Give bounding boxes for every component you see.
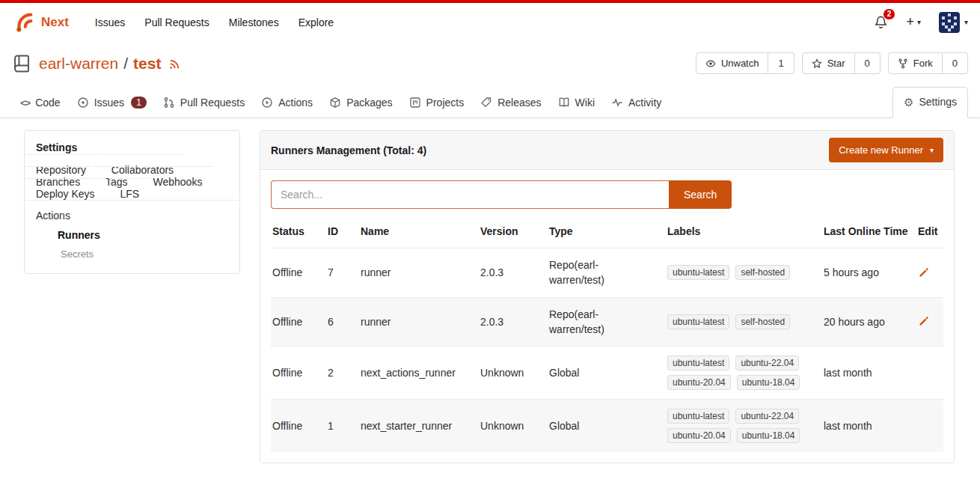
runner-last-online: last month xyxy=(824,420,912,432)
repo-owner-link[interactable]: earl-warren xyxy=(39,55,118,73)
tab-label: Settings xyxy=(919,96,957,108)
col-header-version: Version xyxy=(480,225,543,237)
runner-status: Offline xyxy=(272,316,322,328)
nav-link-milestones[interactable]: Milestones xyxy=(219,16,289,28)
search-input[interactable] xyxy=(271,180,669,209)
tab-label: Pull Requests xyxy=(180,97,245,109)
package-icon xyxy=(329,97,341,109)
watch-button-group: Unwatch 1 xyxy=(696,52,794,74)
label-badge: ubuntu-18.04 xyxy=(737,375,800,390)
runner-labels: ubuntu-latest self-hosted xyxy=(667,314,818,329)
search-bar: Search xyxy=(271,180,943,209)
repo-tabbar: <> Code Issues 1 Pull Requests Actions P… xyxy=(0,82,980,118)
tag-icon xyxy=(480,97,492,109)
chevron-down-icon: ▾ xyxy=(964,19,968,26)
label-badge: ubuntu-22.04 xyxy=(735,356,799,370)
tab-label: Wiki xyxy=(575,97,595,109)
play-circle-icon xyxy=(261,97,273,109)
panel-header: Runners Management (Total: 4) Create new… xyxy=(260,131,954,170)
gear-icon: ⚙ xyxy=(904,97,913,108)
repo-name-link[interactable]: test xyxy=(133,55,161,73)
tab-pull-requests[interactable]: Pull Requests xyxy=(155,89,253,118)
unwatch-label: Unwatch xyxy=(721,58,759,69)
sidebar-item-actions[interactable]: Actions xyxy=(36,210,228,222)
col-header-edit: Edit xyxy=(918,225,942,237)
runner-name: runner xyxy=(361,266,474,278)
code-icon: <> xyxy=(20,97,30,109)
nav-link-explore[interactable]: Explore xyxy=(289,16,343,28)
runner-labels: ubuntu-latest ubuntu-22.04 ubuntu-20.04 … xyxy=(667,356,818,390)
nav-link-issues[interactable]: Issues xyxy=(85,16,135,28)
search-button[interactable]: Search xyxy=(669,180,732,209)
tab-issues[interactable]: Issues 1 xyxy=(69,89,155,118)
label-badge: ubuntu-22.04 xyxy=(735,409,799,424)
home-link[interactable]: Next xyxy=(12,11,69,34)
runner-labels: ubuntu-latest ubuntu-22.04 ubuntu-20.04 … xyxy=(667,409,818,443)
label-badge: ubuntu-latest xyxy=(667,314,729,329)
sidebar-section-actions: Actions Runners Secrets xyxy=(25,200,239,273)
table-row: Offline 1 next_starter_runner Unknown Gl… xyxy=(271,399,943,452)
label-badge: ubuntu-latest xyxy=(667,265,729,280)
label-badge: ubuntu-20.04 xyxy=(667,375,731,390)
star-label: Star xyxy=(827,58,845,69)
runner-version: 2.0.3 xyxy=(480,266,543,278)
tab-projects[interactable]: Projects xyxy=(401,89,473,118)
runner-version: 2.0.3 xyxy=(480,316,543,328)
create-runner-label: Create new Runner xyxy=(839,144,923,156)
label-badge: ubuntu-18.04 xyxy=(737,428,800,443)
tab-wiki[interactable]: Wiki xyxy=(550,89,603,118)
avatar xyxy=(939,12,960,33)
tab-packages[interactable]: Packages xyxy=(321,89,400,118)
star-button[interactable]: Star xyxy=(802,52,855,74)
sidebar-item-secrets[interactable]: Secrets xyxy=(36,245,228,261)
label-badge: self-hosted xyxy=(735,265,790,280)
rss-feed-icon[interactable] xyxy=(168,57,182,70)
edit-runner-button[interactable] xyxy=(918,316,929,327)
unwatch-button[interactable]: Unwatch xyxy=(696,52,769,74)
create-runner-button[interactable]: Create new Runner ▾ xyxy=(829,138,943,162)
star-button-group: Star 0 xyxy=(802,52,881,74)
runners-panel: Runners Management (Total: 4) Create new… xyxy=(260,130,955,463)
navbar-right: 2 + ▾ ▾ xyxy=(874,12,968,33)
chevron-down-icon: ▾ xyxy=(930,147,934,154)
label-badge: ubuntu-latest xyxy=(667,409,729,424)
tab-label: Projects xyxy=(426,97,465,109)
label-badge: ubuntu-20.04 xyxy=(667,428,731,443)
edit-runner-button[interactable] xyxy=(918,267,929,278)
table-header-row: Status ID Name Version Type Labels Last … xyxy=(271,215,943,248)
tab-activity[interactable]: Activity xyxy=(603,89,670,118)
tab-releases[interactable]: Releases xyxy=(472,89,549,118)
stars-count[interactable]: 0 xyxy=(855,52,881,74)
runner-status: Offline xyxy=(272,367,322,379)
col-header-name: Name xyxy=(361,225,474,237)
col-header-status: Status xyxy=(272,225,322,237)
forks-count[interactable]: 0 xyxy=(943,52,968,74)
tab-actions[interactable]: Actions xyxy=(253,89,321,118)
runner-id: 7 xyxy=(328,266,355,278)
page-body: Settings Repository Collaborators Branch… xyxy=(0,118,980,463)
tab-label: Packages xyxy=(346,97,392,109)
runner-last-online: last month xyxy=(824,367,912,379)
sidebar-item-webhooks[interactable]: Webhooks xyxy=(142,166,214,197)
table-row: Offline 2 next_actions_runner Unknown Gl… xyxy=(271,346,943,399)
nav-link-pull-requests[interactable]: Pull Requests xyxy=(135,16,218,28)
sidebar-item-runners[interactable]: Runners xyxy=(36,226,228,245)
user-menu-button[interactable]: ▾ xyxy=(939,12,968,33)
tab-label: Code xyxy=(35,97,60,109)
runner-name: next_starter_runner xyxy=(361,420,474,432)
label-badge: ubuntu-latest xyxy=(667,356,729,370)
sidebar-item-deploy-keys[interactable]: Deploy Keys xyxy=(25,178,106,209)
create-menu-button[interactable]: + ▾ xyxy=(906,14,921,30)
fork-button[interactable]: Fork xyxy=(888,52,943,74)
runner-id: 2 xyxy=(328,367,355,379)
runner-type: Global xyxy=(549,418,624,433)
chevron-down-icon: ▾ xyxy=(917,19,921,26)
tab-label: Actions xyxy=(278,97,313,109)
runner-version: Unknown xyxy=(480,367,543,379)
watchers-count[interactable]: 1 xyxy=(768,52,794,74)
tab-code[interactable]: <> Code xyxy=(12,89,69,118)
notifications-button[interactable]: 2 xyxy=(874,15,888,29)
tab-settings[interactable]: ⚙ Settings xyxy=(892,87,968,118)
brand-name: Next xyxy=(41,15,69,30)
sidebar-item-lfs[interactable]: LFS xyxy=(108,178,150,209)
